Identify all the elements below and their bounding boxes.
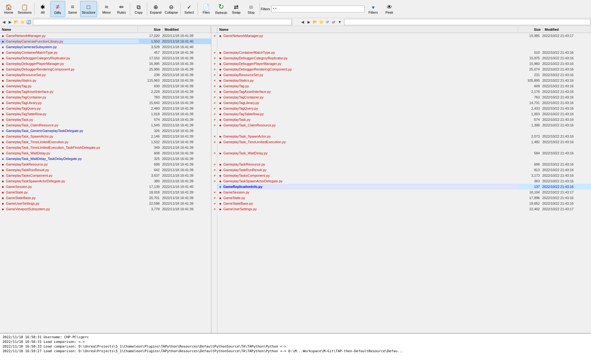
left-file-row[interactable]: GameplayTask_ClaimResource.py1,5492022/1…: [0, 122, 211, 128]
peek-button[interactable]: Peek: [382, 1, 397, 17]
left-file-row[interactable]: GameplayTagLibrary.py15,6432022/11/18 16…: [0, 100, 211, 106]
left-file-row[interactable]: GameplayDebuggerRenderingComponent.py25,…: [0, 66, 211, 72]
right-file-row[interactable]: GameplayTask_TimeLimitedExecution.py1,48…: [217, 139, 591, 145]
left-file-row[interactable]: GameViewportSubsystem.py3,7782022/11/18 …: [0, 206, 211, 212]
files-button[interactable]: Files: [199, 1, 214, 17]
stop-button[interactable]: Stop: [244, 1, 259, 17]
right-file-row[interactable]: GameplayStatics.py105,8952022/10/22 21:4…: [217, 78, 591, 83]
home-button[interactable]: Home: [1, 1, 16, 17]
left-file-row[interactable]: GameNetworkManager.py17,0202022/11/18 16…: [0, 33, 211, 39]
refresh-button[interactable]: Refresh: [214, 1, 229, 17]
right-file-row[interactable]: [217, 156, 591, 162]
left-size-header[interactable]: Size: [138, 26, 163, 33]
right-file-row[interactable]: GameplayTagAssetInterface.py2,1762022/10…: [217, 89, 591, 94]
all-button[interactable]: All: [35, 1, 50, 17]
left-refresh-path-button[interactable]: 🔄: [25, 19, 32, 25]
right-file-row[interactable]: GameplayTaskSpawnActorDelegate.py3632022…: [217, 178, 591, 184]
left-file-row[interactable]: GameplayResourceSet.py2382022/11/18 16:4…: [0, 72, 211, 78]
right-file-row[interactable]: GameState.py17,8962022/10/22 21:43:16: [217, 195, 591, 201]
right-file-row[interactable]: GameplayTaskResource.py6962022/10/22 21:…: [217, 162, 591, 167]
sessions-button[interactable]: Sessions: [16, 1, 33, 17]
right-file-row[interactable]: GameplayResourceSet.py2312022/10/22 21:4…: [217, 72, 591, 78]
left-file-row[interactable]: GameplayDebuggerCategoryReplicator.py17,…: [0, 55, 211, 61]
left-file-row[interactable]: GameplayTagAssetInterface.py2,2282022/11…: [0, 89, 211, 94]
left-file-row[interactable]: GameplayTagContainer.py7832022/11/18 16:…: [0, 94, 211, 100]
left-file-row[interactable]: GameplayTasksComponent.py3,6372022/11/18…: [0, 173, 211, 178]
collapse-button[interactable]: Collapse: [163, 1, 180, 17]
left-file-row[interactable]: GameplayTask_SpawnActor.py2,1462022/11/1…: [0, 134, 211, 139]
left-file-row[interactable]: GameplayContainerMatchType.py4572022/11/…: [0, 50, 211, 55]
rules-button[interactable]: Rules: [114, 1, 129, 17]
left-forward-button[interactable]: ▶: [7, 19, 13, 25]
right-folder-button[interactable]: 📂: [312, 19, 318, 25]
right-file-row[interactable]: GameplayTask_ClaimResource.py1,3982022/1…: [217, 122, 591, 128]
left-file-row[interactable]: GameplayTask_GenericGameplayTaskDelegate…: [0, 128, 211, 134]
left-file-row[interactable]: GameUserSettings.py22,5982022/11/18 16:4…: [0, 201, 211, 206]
right-bookmark-button[interactable]: ⭐: [318, 19, 324, 25]
right-file-row[interactable]: GameplayTask_WaitDelay.py5842022/10/22 2…: [217, 150, 591, 156]
filter-input[interactable]: [271, 6, 365, 12]
structure-button[interactable]: Structure: [80, 1, 97, 17]
left-modified-header[interactable]: Modified: [163, 26, 211, 33]
copy-button[interactable]: Copy: [131, 1, 146, 17]
right-back-button[interactable]: ◀: [299, 19, 306, 25]
left-file-row[interactable]: GameplayCamerasFunctionLibrary.py1,91020…: [0, 39, 211, 44]
left-file-row[interactable]: GameplayCamerasSubsystem.py3,5282022/11/…: [0, 44, 211, 50]
left-file-row[interactable]: GameplayTask.py5742022/11/18 16:41:39: [0, 117, 211, 122]
left-file-row[interactable]: GameplayTask_WaitDelay.py6082022/11/18 1…: [0, 150, 211, 156]
right-file-row[interactable]: GameplayTask_SpawnActor.py2,0732022/10/2…: [217, 134, 591, 139]
left-file-row[interactable]: GameplayTask_TimeLimitedExecution_TaskFi…: [0, 145, 211, 150]
right-file-row[interactable]: GameplayTagTableRow.py1,0032022/10/22 21…: [217, 111, 591, 117]
right-file-row[interactable]: GameplayDebuggerRenderingComponent.py25,…: [217, 66, 591, 72]
right-file-row[interactable]: [217, 44, 591, 50]
right-refresh-path-button[interactable]: ↺: [324, 19, 330, 25]
diffs-button[interactable]: Diffs: [50, 1, 65, 17]
left-file-row[interactable]: GameplayTagTableRow.py1,0182022/11/18 16…: [0, 111, 211, 117]
right-size-header[interactable]: Size: [518, 26, 543, 33]
swap-button[interactable]: Swap: [229, 1, 244, 17]
right-file-row[interactable]: GameSession.py16,1042022/10/22 21:43:17: [217, 189, 591, 195]
left-file-row[interactable]: GameState.py18,9182022/11/18 16:41:39: [0, 189, 211, 195]
right-file-row[interactable]: GameplayTagQuery.py2,4332022/10/22 21:43…: [217, 106, 591, 111]
right-file-row[interactable]: GameplayDebuggerCategoryReplicator.py15,…: [217, 55, 591, 61]
expand-button[interactable]: Expand: [148, 1, 163, 17]
right-name-header[interactable]: Name: [217, 26, 518, 33]
right-file-row[interactable]: GameplayTagContainer.py7632022/10/22 21:…: [217, 94, 591, 100]
left-file-row[interactable]: GameplayTag.py6302022/11/18 16:41:39: [0, 83, 211, 89]
left-file-row[interactable]: GameplayTaskSpawnActorDelegate.py3802022…: [0, 178, 211, 184]
left-file-row[interactable]: GameSession.py17,1392022/11/18 16:41:40: [0, 184, 211, 189]
right-dropdown-button[interactable]: ▼: [337, 19, 343, 25]
minor-button[interactable]: Minor: [99, 1, 114, 17]
left-file-row[interactable]: GameplayTagQuery.py2,4602022/11/18 16:41…: [0, 106, 211, 111]
left-file-row[interactable]: GameStateBase.py20,7012022/11/18 16:41:3…: [0, 195, 211, 201]
left-name-header[interactable]: Name: [0, 26, 138, 33]
right-file-row[interactable]: GameplayTagLibrary.py14,7312022/10/22 21…: [217, 100, 591, 106]
right-file-row[interactable]: GameNetworkManager.py15,9852022/10/22 21…: [217, 33, 591, 39]
left-file-row[interactable]: GameplayTask_TimeLimitedExecution.py1,53…: [0, 139, 211, 145]
right-file-row[interactable]: GameplayDebuggerPlayerManager.py15,96020…: [217, 61, 591, 66]
right-modified-header[interactable]: Modified: [543, 26, 591, 33]
right-path-input[interactable]: D:\UnrealProjects\5_0\RDZ\TA\TAPython\Py…: [344, 19, 590, 25]
left-file-row[interactable]: GameplayTaskRunResult.py6422022/11/18 16…: [0, 167, 211, 173]
left-folder-button[interactable]: 📂: [13, 19, 19, 25]
right-file-row[interactable]: GameReplicationInfo.py1372022/10/22 21:4…: [217, 184, 591, 189]
right-file-row[interactable]: GameplayTask.py5742022/10/22 21:43:16: [217, 117, 591, 122]
left-back-button[interactable]: ◀: [1, 19, 7, 25]
left-file-row[interactable]: GameplayTask_WaitDelay_TaskDelayDelegate…: [0, 156, 211, 162]
left-file-row[interactable]: GameplayTaskResource.py6982022/11/18 16:…: [0, 162, 211, 167]
right-file-row[interactable]: [217, 128, 591, 134]
same-button[interactable]: Same: [65, 1, 80, 17]
right-swap-path-button[interactable]: ⇄: [330, 19, 337, 25]
right-file-row[interactable]: GameplayContainerMatchType.py5102022/10/…: [217, 50, 591, 55]
right-file-row[interactable]: GameUserSettings.py22,4022022/10/22 21:4…: [217, 206, 591, 212]
filters-button[interactable]: Filters: [365, 1, 382, 17]
left-path-input[interactable]: D:\UnrealProjects\5_1\Chameleon\TA\TAPyt…: [33, 19, 292, 25]
right-file-row[interactable]: GameplayTaskRunResult.py8132022/10/22 21…: [217, 167, 591, 173]
right-file-row[interactable]: GameplayTasksComponent.py3,1732022/10/22…: [217, 173, 591, 178]
right-forward-button[interactable]: ▶: [306, 19, 312, 25]
left-bookmark-button[interactable]: ⭐: [19, 19, 25, 25]
right-file-row[interactable]: [217, 145, 591, 150]
right-file-row[interactable]: GameplayTag.py6082022/10/22 21:43:16: [217, 83, 591, 89]
right-file-row[interactable]: [217, 39, 591, 44]
left-file-row[interactable]: GameplayDebuggerPlayerManager.py16,99520…: [0, 61, 211, 66]
